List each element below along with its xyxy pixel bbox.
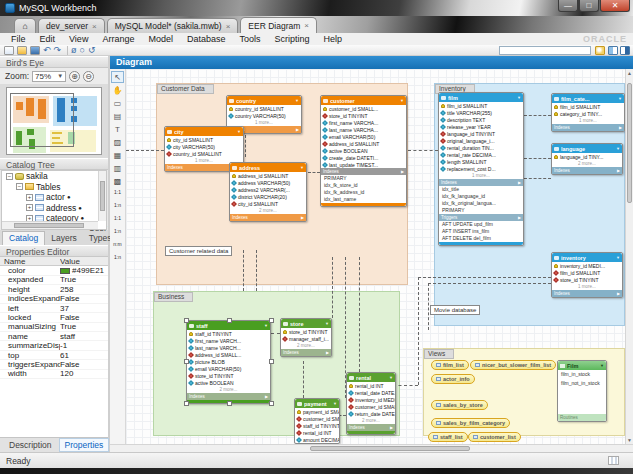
diagram-vertical-scrollbar[interactable]: ▲ ▼: [625, 69, 633, 444]
zoom-reset-icon[interactable]: ○: [80, 46, 85, 55]
column-row[interactable]: category_id TINY...: [552, 110, 624, 117]
expander-icon[interactable]: +: [26, 204, 33, 211]
property-row-height[interactable]: height258: [0, 285, 108, 294]
minimize-button[interactable]: —: [558, 0, 578, 12]
column-row[interactable]: email VARCHAR(50): [321, 133, 406, 140]
routine-group-header[interactable]: Film▼: [558, 361, 606, 370]
table-customer[interactable]: customer▼customer_id SMALL...store_id TI…: [320, 95, 407, 207]
collapse-arrow-icon[interactable]: ▼: [325, 321, 329, 326]
property-row-locked[interactable]: lockedFalse: [0, 313, 108, 322]
section-indexes[interactable]: Indexes▶: [439, 179, 523, 186]
section-indexes[interactable]: Indexes▶: [552, 290, 622, 297]
table-header[interactable]: inventory▼: [552, 253, 622, 262]
open-model-icon[interactable]: [17, 46, 27, 55]
section-item[interactable]: PRIMARY: [439, 207, 523, 214]
section-item[interactable]: AFT DELETE del_film: [439, 235, 523, 242]
section-item[interactable]: idx_fk_original_langua...: [439, 200, 523, 207]
section-indexes[interactable]: Indexes▶: [230, 214, 306, 221]
property-row-color[interactable]: color#499E21: [0, 266, 108, 275]
birds-eye-minimap[interactable]: [6, 87, 102, 155]
table-header[interactable]: customer▼: [321, 96, 406, 105]
selection-handle[interactable]: [227, 318, 232, 323]
more-columns[interactable]: 2 more...: [552, 160, 622, 167]
section-triggers[interactable]: Triggers▶: [439, 214, 523, 221]
column-row[interactable]: customer_id SMAL...: [295, 415, 339, 422]
view-tool-icon[interactable]: ▥: [111, 162, 124, 174]
more-columns[interactable]: 2 more...: [281, 342, 331, 349]
expander-icon[interactable]: −: [16, 183, 23, 190]
more-columns[interactable]: 1 more...: [552, 283, 622, 290]
menu-edit[interactable]: Edit: [33, 34, 63, 44]
selection-handle[interactable]: [184, 401, 189, 406]
collapse-arrow-icon[interactable]: ▼: [300, 165, 304, 170]
collapse-arrow-icon[interactable]: ▼: [517, 95, 521, 100]
table-inventory[interactable]: inventory▼inventory_id MEDI...film_id SM…: [551, 252, 623, 298]
property-row-width[interactable]: width120: [0, 370, 108, 379]
table-rental[interactable]: rental▼rental_id INTrental_date DATE...i…: [346, 372, 396, 435]
routine-item[interactable]: film_in_stock: [558, 370, 606, 379]
zoom-out-icon[interactable]: ⊖: [83, 71, 94, 82]
tab-properties[interactable]: Properties: [59, 438, 110, 452]
column-row[interactable]: store_id TINYINT: [552, 276, 622, 283]
section-item[interactable]: idx_fk_language_id: [439, 193, 523, 200]
property-row-indicesExpanded[interactable]: indicesExpandedFalse: [0, 295, 108, 304]
scroll-down-icon[interactable]: ▼: [626, 437, 633, 443]
column-row[interactable]: release_year YEAR: [439, 123, 523, 130]
table-language[interactable]: language▼language_id TINY...2 more...Ind…: [551, 143, 623, 175]
table-store[interactable]: store▼store_id TINYINTmanager_staff_i...…: [280, 318, 332, 357]
selection-handle[interactable]: [269, 359, 274, 364]
section-item[interactable]: idx_last_name: [321, 196, 406, 203]
selection-handle[interactable]: [269, 318, 274, 323]
table-header[interactable]: country▼: [227, 96, 301, 105]
rel-1n-dashed-tool-icon[interactable]: 1:n: [111, 201, 124, 213]
property-row-name[interactable]: namestaff: [0, 332, 108, 341]
menu-tools[interactable]: Tools: [232, 34, 267, 44]
find-icon[interactable]: [595, 46, 605, 55]
save-model-icon[interactable]: [30, 46, 40, 55]
section-indexes[interactable]: Indexes▶: [187, 393, 270, 400]
rel-1n-tool-icon[interactable]: 1:n: [111, 227, 124, 239]
rel-1n-self-tool-icon[interactable]: 1:n: [111, 253, 124, 265]
property-row-top[interactable]: top61: [0, 351, 108, 360]
column-row[interactable]: payment_id SMAL...: [295, 408, 339, 415]
column-row[interactable]: rental_rate DECIMA...: [439, 151, 523, 158]
expander-icon[interactable]: −: [6, 173, 13, 180]
property-row-left[interactable]: left37: [0, 304, 108, 313]
section-indexes[interactable]: Indexes▶: [347, 424, 395, 431]
hand-tool-icon[interactable]: ✋: [111, 84, 124, 96]
tree-vertical-scrollbar[interactable]: [98, 171, 106, 221]
column-row[interactable]: city_id SMALLINT: [165, 136, 243, 143]
collapse-arrow-icon[interactable]: ▼: [333, 401, 337, 406]
view-sales_by_store[interactable]: sales_by_store: [431, 400, 488, 410]
tab-description[interactable]: Description: [4, 439, 57, 451]
column-row[interactable]: last_update TIMEST...: [321, 161, 406, 168]
tab-catalog[interactable]: Catalog: [2, 231, 45, 245]
more-columns[interactable]: 2 more...: [187, 386, 270, 393]
column-row[interactable]: title VARCHAR(255): [439, 109, 523, 116]
tab-layers[interactable]: Layers: [45, 232, 83, 245]
rel-11-tool-icon[interactable]: 1:1: [111, 214, 124, 226]
column-row[interactable]: country_id SMALLINT: [227, 105, 301, 112]
column-row[interactable]: replacement_cost D...: [439, 165, 523, 172]
column-row[interactable]: country VARCHAR(50): [227, 112, 301, 119]
column-row[interactable]: description TEXT: [439, 116, 523, 123]
table-header[interactable]: payment▼: [295, 399, 339, 408]
table-header[interactable]: store▼: [281, 319, 331, 328]
column-row[interactable]: active BOOLEAN: [187, 379, 270, 386]
column-row[interactable]: active BOOLEAN: [321, 147, 406, 154]
column-row[interactable]: manager_staff_i...: [281, 335, 331, 342]
view-customer_list[interactable]: customer_list: [468, 432, 521, 442]
section-item[interactable]: AFT UPDATE upd_film: [439, 221, 523, 228]
close-icon[interactable]: ×: [92, 22, 97, 31]
column-row[interactable]: city_id SMALLINT: [230, 200, 306, 207]
view-staff_list[interactable]: staff_list: [428, 432, 468, 442]
scroll-up-icon[interactable]: ▲: [626, 70, 633, 76]
column-row[interactable]: language_id TINY...: [552, 153, 622, 160]
close-button[interactable]: ✕: [600, 0, 630, 12]
view-nicer_but_slower_film_list[interactable]: nicer_but_slower_film_list: [470, 360, 556, 370]
section-indexes[interactable]: Indexes▶: [281, 349, 331, 356]
column-row[interactable]: address VARCHAR(50): [230, 179, 306, 186]
doc-tab-dev_server[interactable]: dev_server×: [38, 18, 105, 33]
column-row[interactable]: customer_id SMAL...: [347, 403, 395, 410]
diagram-horizontal-scrollbar[interactable]: [110, 444, 633, 452]
